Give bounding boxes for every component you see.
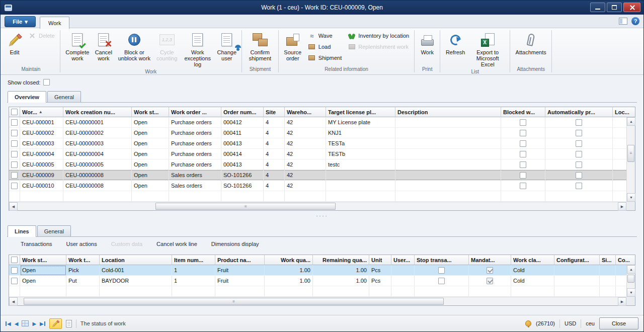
close-window-button[interactable] — [623, 3, 640, 12]
scroll-track[interactable]: ≡ — [18, 202, 618, 210]
table-row[interactable]: CEU-000005 CEU-00000005 Open Purchase or… — [9, 159, 626, 170]
row-checkbox[interactable] — [11, 119, 18, 126]
scroll-down-button[interactable]: ▼ — [627, 288, 635, 297]
select-all-checkbox-cell[interactable] — [9, 255, 20, 265]
stop-transaction-checkbox[interactable] — [438, 267, 445, 274]
col-mandatory-header[interactable]: Mandat... — [469, 255, 511, 265]
col-work-order-header[interactable]: Work order ... — [169, 107, 221, 117]
row-checkbox[interactable] — [11, 172, 18, 179]
scroll-left-button[interactable]: ◀ — [9, 297, 18, 306]
select-all-checkbox-cell[interactable] — [9, 107, 20, 117]
table-row-selected[interactable]: CEU-000009 CEU-00000008 Open Sales order… — [9, 170, 626, 181]
col-work-type-header[interactable]: Work t... — [66, 255, 100, 265]
scroll-thumb[interactable]: ≡ — [24, 298, 444, 305]
table-row[interactable]: CEU-000004 CEU-00000004 Open Purchase or… — [9, 149, 626, 159]
alerts-bell-icon[interactable] — [525, 320, 531, 326]
help-icon[interactable]: ? — [631, 17, 639, 25]
col-work-creation-header[interactable]: Work creation nu... — [63, 107, 132, 117]
col-site-header[interactable]: Site — [264, 107, 285, 117]
blocked-checkbox[interactable] — [520, 119, 526, 126]
row-checkbox[interactable] — [11, 161, 18, 168]
document-icon[interactable] — [66, 320, 72, 327]
row-select-cell[interactable] — [9, 128, 20, 138]
scroll-right-button[interactable]: ▶ — [618, 202, 626, 211]
table-row[interactable]: CEU-000003 CEU-00000003 Open Purchase or… — [9, 138, 626, 149]
scroll-track[interactable] — [627, 274, 635, 288]
scroll-thumb[interactable] — [627, 275, 634, 283]
change-user-button[interactable]: Change user — [215, 30, 239, 62]
blocked-checkbox[interactable] — [520, 183, 526, 189]
grid-view-icon[interactable] — [22, 320, 29, 326]
tab-overview[interactable]: Overview — [8, 91, 46, 103]
auto-processed-checkbox[interactable] — [576, 119, 582, 126]
col-location-header[interactable]: Location — [100, 255, 172, 265]
row-select-cell[interactable] — [9, 265, 20, 276]
row-checkbox[interactable] — [11, 267, 18, 274]
next-record-button[interactable]: ▶ — [32, 321, 36, 326]
scroll-track[interactable]: ≡ — [627, 126, 635, 193]
horizontal-scrollbar[interactable]: ◀ ≡ ▶ — [9, 297, 626, 305]
row-select-cell[interactable] — [9, 276, 20, 286]
blocked-checkbox[interactable] — [520, 151, 526, 157]
refresh-button[interactable]: Refresh — [443, 30, 468, 56]
horizontal-scrollbar[interactable]: ◀ ≡ ▶ — [9, 202, 626, 210]
edit-record-button[interactable] — [49, 318, 62, 329]
col-location-header[interactable]: Loc... — [613, 107, 635, 117]
row-checkbox[interactable] — [11, 130, 18, 136]
col-stop-transaction-header[interactable]: Stop transa... — [415, 255, 469, 265]
attachments-button[interactable]: Attachments — [513, 30, 549, 56]
blocked-checkbox[interactable] — [520, 140, 526, 147]
col-automatically-processed-header[interactable]: Automatically pr... — [545, 107, 613, 117]
stop-transaction-checkbox[interactable] — [438, 278, 445, 284]
table-row[interactable]: CEU-000002 CEU-00000002 Open Purchase or… — [9, 128, 626, 138]
row-select-cell[interactable] — [9, 138, 20, 149]
row-checkbox[interactable] — [11, 278, 18, 284]
col-line-work-status-header[interactable]: Work st... — [20, 255, 66, 265]
block-unblock-work-button[interactable]: Block or unblock work — [115, 30, 153, 62]
row-select-cell[interactable] — [9, 170, 20, 181]
show-closed-checkbox[interactable] — [43, 79, 50, 86]
table-row[interactable]: Open Put BAYDOOR 1 Fruit 1.00 1.00 Pcs C… — [9, 276, 626, 286]
row-checkbox[interactable] — [11, 183, 18, 189]
auto-processed-checkbox[interactable] — [576, 161, 582, 168]
confirm-shipment-button[interactable]: Confirm shipment — [245, 30, 276, 62]
scroll-track[interactable]: ≡ — [18, 297, 618, 305]
dimensions-display-link[interactable]: Dimensions display — [211, 241, 259, 247]
scroll-up-button[interactable]: ▲ — [627, 265, 635, 274]
first-record-button[interactable]: ◀ — [6, 321, 11, 326]
row-checkbox[interactable] — [11, 151, 18, 157]
scroll-up-button[interactable]: ▲ — [627, 117, 635, 126]
col-work-id-header[interactable]: Wor...▲ — [20, 107, 63, 117]
maximize-button[interactable] — [607, 3, 622, 12]
col-warehouse-header[interactable]: Wareho... — [285, 107, 326, 117]
tab-work-ribbon[interactable]: Work — [40, 17, 69, 29]
col-user-header[interactable]: User... — [391, 255, 415, 265]
auto-processed-checkbox[interactable] — [576, 151, 582, 157]
file-menu-button[interactable]: File ▾ — [5, 16, 36, 27]
notification-count[interactable]: (26710) — [536, 320, 555, 326]
col-item-number-header[interactable]: Item num... — [172, 255, 215, 265]
wave-button[interactable]: ≈ Wave — [306, 31, 343, 40]
complete-work-button[interactable]: Complete work — [63, 30, 92, 62]
col-size-header[interactable]: Si... — [600, 255, 616, 265]
auto-processed-checkbox[interactable] — [576, 130, 582, 136]
export-to-excel-button[interactable]: X Export to Microsoft Excel — [468, 30, 507, 68]
tab-overview-general[interactable]: General — [47, 91, 81, 102]
col-configuration-header[interactable]: Configurat... — [554, 255, 600, 265]
scroll-right-button[interactable]: ▶ — [618, 297, 626, 306]
row-select-cell[interactable] — [9, 181, 20, 191]
source-order-button[interactable]: Source order — [281, 30, 304, 62]
auto-processed-checkbox[interactable] — [576, 183, 582, 189]
col-work-status-header[interactable]: Work st... — [132, 107, 169, 117]
col-work-class-header[interactable]: Work cla... — [511, 255, 554, 265]
col-unit-header[interactable]: Unit — [369, 255, 391, 265]
blocked-checkbox[interactable] — [520, 161, 526, 168]
previous-record-button[interactable]: ◀ — [15, 321, 19, 326]
load-button[interactable]: Load — [306, 42, 343, 51]
blocked-checkbox[interactable] — [520, 130, 526, 136]
toggle-pane-icon[interactable] — [619, 18, 627, 25]
col-work-quantity-header[interactable]: Work qua... — [265, 255, 313, 265]
print-work-button[interactable]: Work — [417, 30, 437, 56]
col-color-header[interactable]: Co... — [616, 255, 635, 265]
splitter-handle[interactable]: ···· — [1, 214, 643, 219]
